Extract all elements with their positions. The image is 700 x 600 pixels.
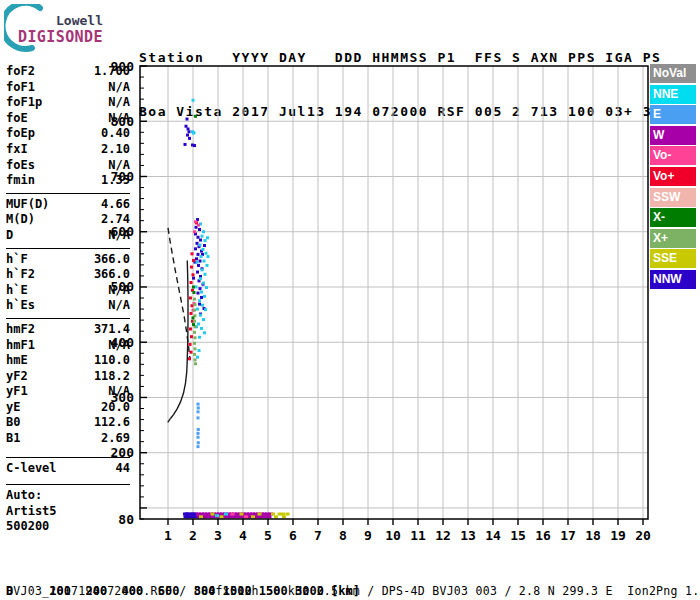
x-axis-tick-label: 9 — [364, 528, 372, 543]
echo-point — [193, 309, 196, 312]
echo-point — [201, 268, 204, 271]
echo-point — [197, 436, 200, 439]
echo-point — [197, 416, 200, 419]
echo-point — [198, 228, 201, 231]
echo-point — [206, 264, 209, 267]
echo-point — [200, 327, 203, 330]
echo-point — [271, 513, 275, 516]
echo-point — [204, 308, 207, 311]
echo-point — [198, 303, 201, 306]
echo-point — [193, 230, 196, 233]
echo-point — [197, 432, 200, 435]
echo-point — [203, 260, 206, 263]
echo-point — [194, 336, 197, 339]
echo-point — [194, 347, 197, 350]
doppler-direction-legend: NoValNNEEWVo-Vo+SSWX-X+SSENNW — [650, 64, 696, 291]
echo-point — [194, 362, 197, 365]
echo-point — [197, 445, 200, 448]
echo-point — [196, 308, 199, 311]
y-axis-tick-label: 800 — [111, 114, 135, 129]
echo-point — [192, 99, 195, 102]
x-axis-tick-label: 13 — [460, 528, 476, 543]
echo-point — [192, 259, 195, 262]
echo-point — [197, 292, 200, 295]
echo-point — [204, 273, 207, 276]
echo-point — [186, 134, 189, 137]
profile-line-bottomside-profile — [171, 260, 189, 418]
echo-point — [189, 327, 192, 330]
echo-point — [274, 515, 278, 518]
echo-series-nnw-band — [183, 513, 197, 519]
echo-point — [190, 312, 193, 315]
echo-point — [205, 286, 208, 289]
echo-point — [197, 264, 200, 267]
echo-point — [193, 353, 196, 356]
echo-point — [194, 247, 197, 250]
y-axis-tick-label: 600 — [111, 224, 135, 239]
echo-point — [192, 515, 197, 518]
echo-point — [193, 342, 196, 345]
echo-point — [251, 515, 255, 518]
echo-point — [202, 282, 205, 285]
echo-point — [197, 322, 200, 325]
echo-point — [258, 513, 262, 516]
echo-point — [195, 257, 198, 260]
echo-point — [197, 441, 200, 444]
legend-item-w: W — [650, 126, 696, 145]
legend-item-vo-: Vo- — [650, 146, 696, 165]
echo-point — [193, 298, 196, 301]
ionogram-plot: 9008007006005004003002008012345678910111… — [0, 0, 700, 600]
echo-point — [184, 143, 187, 146]
echo-point — [197, 406, 200, 409]
echo-point — [194, 358, 197, 361]
echo-point — [244, 515, 248, 518]
echo-point — [197, 236, 200, 239]
echo-point — [199, 515, 203, 518]
echo-point — [185, 125, 188, 128]
echo-series-e — [197, 403, 200, 449]
echo-point — [194, 115, 197, 118]
echo-point — [186, 118, 189, 121]
echo-point — [198, 349, 201, 352]
echo-point — [197, 428, 200, 431]
legend-item-noval: NoVal — [650, 64, 696, 83]
echo-point — [197, 410, 200, 413]
echo-point — [211, 513, 215, 516]
echo-point — [199, 277, 202, 280]
echo-point — [281, 513, 285, 516]
ionogram-viewer: Lowell DIGISONDE Station YYYY DAY DDD HH… — [0, 0, 700, 600]
legend-item-e: E — [650, 105, 696, 124]
echo-point — [206, 236, 209, 239]
echo-point — [192, 273, 195, 276]
legend-item-x-: X+ — [650, 229, 696, 248]
y-axis-tick-label: 300 — [111, 390, 135, 405]
x-axis-tick-label: 20 — [635, 528, 651, 543]
echo-point — [196, 261, 199, 264]
echo-point — [203, 295, 206, 298]
y-axis-tick-label: 80 — [118, 512, 134, 527]
echo-point — [196, 242, 199, 245]
echo-point — [220, 515, 224, 518]
echo-point — [188, 130, 191, 133]
x-axis-tick-label: 5 — [264, 528, 272, 543]
echo-point — [203, 331, 206, 334]
legend-item-nnw: NNW — [650, 270, 696, 289]
echo-point — [190, 335, 193, 338]
echo-point — [200, 296, 203, 299]
echo-point — [188, 137, 191, 140]
legend-item-nne: NNE — [650, 85, 696, 104]
x-axis-tick-label: 18 — [585, 528, 601, 543]
x-axis-tick-label: 15 — [510, 528, 526, 543]
legend-item-x-: X- — [650, 208, 696, 227]
x-axis-tick-label: 11 — [410, 528, 426, 543]
plot-border — [140, 66, 648, 519]
echo-point — [224, 513, 228, 516]
echo-point — [192, 285, 195, 288]
echo-point — [192, 316, 195, 319]
x-axis-tick-label: 1 — [164, 528, 172, 543]
echo-point — [196, 271, 199, 274]
echo-point — [199, 314, 202, 317]
x-axis-tick-label: 7 — [314, 528, 322, 543]
x-axis-tick-label: 12 — [435, 528, 451, 543]
echo-point — [190, 281, 193, 284]
